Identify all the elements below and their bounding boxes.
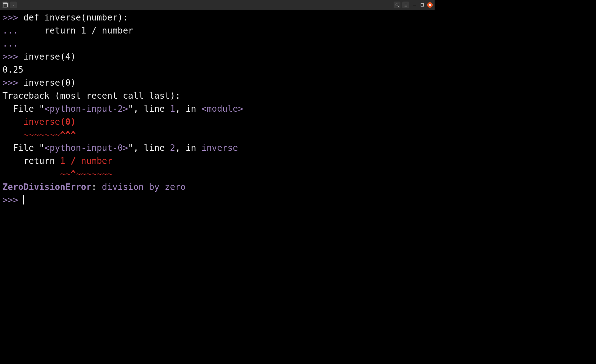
tab-dropdown-button[interactable]: ▾ bbox=[10, 2, 17, 8]
code-line: return 1 / number bbox=[23, 25, 133, 36]
window-titlebar: ▾ bbox=[0, 0, 435, 10]
code-line: inverse(0) bbox=[23, 78, 76, 88]
search-button[interactable] bbox=[394, 2, 400, 8]
close-button[interactable] bbox=[427, 2, 433, 8]
menu-button[interactable] bbox=[402, 2, 409, 8]
new-tab-button[interactable] bbox=[2, 2, 9, 8]
traceback-filename: <python-input-2> bbox=[44, 104, 128, 114]
close-icon bbox=[429, 4, 431, 7]
traceback-underline: ~~~~~~~ bbox=[76, 169, 112, 179]
repl-prompt: >>> bbox=[2, 12, 23, 23]
traceback-source: return bbox=[23, 156, 60, 166]
minimize-button[interactable] bbox=[411, 2, 417, 8]
svg-line-3 bbox=[398, 6, 399, 7]
traceback-header: Traceback (most recent call last): bbox=[2, 91, 180, 101]
hamburger-icon bbox=[404, 3, 408, 7]
traceback-call: inverse bbox=[23, 117, 60, 127]
chevron-down-icon: ▾ bbox=[12, 3, 14, 7]
error-type: ZeroDivisionError bbox=[2, 182, 92, 192]
code-line: def inverse(number): bbox=[23, 12, 128, 23]
traceback-scope: inverse bbox=[201, 143, 238, 153]
text-cursor bbox=[23, 195, 24, 204]
svg-point-2 bbox=[396, 4, 398, 6]
repl-prompt: >>> bbox=[2, 52, 23, 62]
new-tab-icon bbox=[2, 2, 9, 8]
traceback-underline: ~~~~~~~ bbox=[23, 130, 60, 140]
traceback-caret: ^ bbox=[70, 169, 76, 179]
output-line: 0.25 bbox=[2, 65, 23, 75]
search-icon bbox=[395, 3, 399, 7]
traceback-file-prefix: File bbox=[2, 104, 39, 114]
traceback-underline: ~~ bbox=[60, 169, 70, 179]
traceback-filename: <python-input-0> bbox=[44, 143, 128, 153]
traceback-call-args: (0) bbox=[60, 117, 76, 127]
svg-rect-1 bbox=[3, 3, 7, 4]
repl-prompt: >>> bbox=[2, 195, 23, 205]
code-line: inverse(4) bbox=[23, 52, 76, 62]
terminal-output[interactable]: >>> def inverse(number): ... return 1 / … bbox=[0, 10, 435, 208]
error-message: division by zero bbox=[102, 182, 186, 192]
traceback-file-prefix: File bbox=[2, 143, 39, 153]
titlebar-right-group bbox=[394, 2, 433, 8]
repl-prompt: >>> bbox=[2, 78, 23, 88]
traceback-scope: <module> bbox=[201, 104, 243, 114]
titlebar-left-group: ▾ bbox=[2, 2, 17, 8]
traceback-lineno: 1 bbox=[170, 104, 175, 114]
traceback-caret: ^^^ bbox=[60, 130, 76, 140]
maximize-button[interactable] bbox=[419, 2, 425, 8]
traceback-lineno: 2 bbox=[170, 143, 175, 153]
repl-continuation: ... bbox=[2, 25, 23, 36]
repl-continuation: ... bbox=[2, 38, 23, 49]
